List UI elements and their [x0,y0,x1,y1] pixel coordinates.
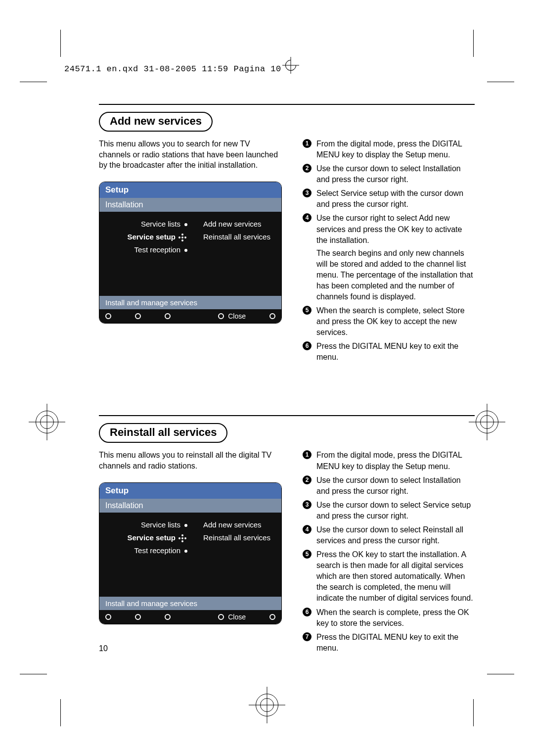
registration-mark-icon [36,411,58,433]
bold-term: Installation [423,164,461,173]
bold-term: Service setup [423,501,471,509]
step-item: Press the DIGITAL MENU key to exit the m… [303,632,475,654]
step-item: When the search is complete, select Stor… [303,305,475,338]
steps-list: From the digital mode, press the DIGITAL… [303,139,475,363]
color-button-icon [269,614,275,620]
svg-point-3 [181,239,183,241]
bold-term: Service setup [341,189,389,197]
bold-term: Reinstall all services [316,525,463,545]
crop-mark [60,30,61,57]
setup-subtitle: Installation [99,198,281,212]
divider [99,415,475,416]
svg-point-5 [181,534,183,536]
color-button-icon [135,313,141,319]
close-label: Close [228,312,246,320]
bold-term: Store [445,306,464,315]
submenu-item: Add new services [203,218,270,231]
step-item: From the digital mode, press the DIGITAL… [303,139,475,160]
setup-title: Setup [99,483,281,499]
svg-point-0 [181,234,183,236]
svg-point-2 [184,236,186,238]
crop-mark [487,82,514,82]
step-item: Use the cursor down to select Reinstall … [303,524,475,546]
bullet-icon [184,524,187,527]
bold-term: DIGITAL MENU [352,342,407,350]
setup-footer: Close [99,309,281,323]
steps-list: From the digital mode, press the DIGITAL… [303,450,475,653]
crop-mark [487,674,514,674]
svg-point-6 [178,537,180,539]
color-button-icon [105,614,111,620]
setup-hint: Install and manage services [99,296,281,309]
intro-text: This menu allows you to search for new T… [99,139,282,171]
step-item: When the search is complete, press the O… [303,607,475,629]
section-title: Add new services [99,112,213,132]
step-item: Press the DIGITAL MENU key to exit the m… [303,341,475,363]
setup-footer: Close [99,610,281,624]
bullet-icon [184,249,187,252]
bold-term: Add new services [316,214,449,233]
section-header: Add new services [99,112,475,132]
step-extra: The search begins and only new channels … [316,248,475,302]
step-item: Use the cursor down to select Installati… [303,163,475,185]
fold-mark-icon [282,57,299,74]
bold-term: DIGITAL MENU [316,140,462,159]
page-number: 10 [99,644,108,653]
bold-term: Installation [423,476,461,484]
registration-mark-icon [256,694,278,716]
submenu-item: Reinstall all services [203,531,270,544]
setup-subtitle: Installation [99,499,281,513]
setup-title: Setup [99,182,281,198]
registration-mark-icon [476,411,498,433]
page-content: Add new services This menu allows you to… [99,104,475,657]
color-button-icon [165,614,171,620]
document-page: 24571.1 en.qxd 31-08-2005 11:59 Pagina 1… [0,0,534,756]
menu-item-selected: Service setup [99,531,191,544]
step-item: Use the cursor down to select Installati… [303,475,475,497]
crop-mark [20,674,47,674]
crop-mark [473,30,474,57]
color-button-icon [269,313,275,319]
setup-screenshot: Setup Installation Service lists Service… [99,182,282,324]
color-button-icon [218,313,224,319]
bullet-icon [184,550,187,553]
bold-term: OK [352,550,363,559]
svg-point-8 [181,540,183,542]
menu-item: Service lists [99,519,191,531]
bold-term: OK [366,317,378,326]
crop-mark [473,699,474,726]
step-item: Use the cursor down to select Service se… [303,500,475,521]
color-button-icon [218,614,224,620]
close-label: Close [228,613,246,621]
bold-term: DIGITAL MENU [316,451,462,470]
bold-term: DIGITAL MENU [352,633,407,641]
crop-mark [60,699,61,726]
menu-item: Service lists [99,218,191,231]
divider [99,104,475,105]
nav-arrows-icon [178,533,187,543]
svg-point-7 [184,537,186,539]
setup-screenshot: Setup Installation Service lists Service… [99,482,282,624]
section-header: Reinstall all services [99,423,475,443]
step-item: Press the OK key to start the installati… [303,549,475,604]
crop-mark [20,82,47,82]
svg-point-9 [181,537,183,539]
submenu-item: Add new services [203,519,270,531]
svg-point-1 [178,236,180,238]
nav-arrows-icon [178,233,187,242]
color-button-icon [105,313,111,319]
color-button-icon [165,313,171,319]
bold-term: OK [398,225,409,234]
menu-item: Test reception [99,544,191,557]
step-item: Use the cursor right to select Add new s… [303,213,475,302]
step-item: Select Service setup with the cursor dow… [303,188,475,210]
submenu-item: Reinstall all services [203,231,270,243]
bold-term: OK [457,608,469,616]
bullet-icon [184,223,187,226]
menu-item-selected: Service setup [99,231,191,243]
step-item: From the digital mode, press the DIGITAL… [303,450,475,472]
menu-item: Test reception [99,243,191,256]
setup-hint: Install and manage services [99,597,281,610]
color-button-icon [135,614,141,620]
print-header: 24571.1 en.qxd 31-08-2005 11:59 Pagina 1… [64,64,281,74]
